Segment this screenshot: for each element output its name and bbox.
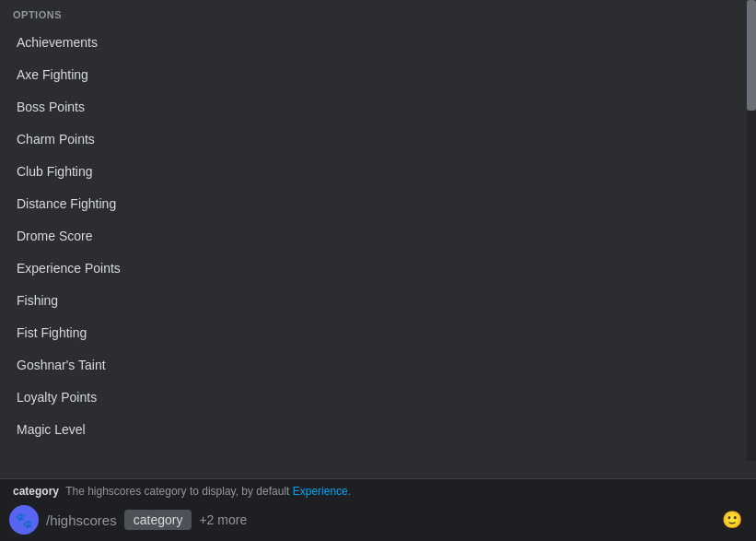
list-item[interactable]: Distance Fighting — [4, 188, 742, 219]
list-item[interactable]: Fishing — [4, 285, 742, 316]
more-text: +2 more — [199, 512, 247, 527]
hint-description: The highscores category to display, by d… — [65, 485, 289, 498]
options-header: OPTIONS — [0, 0, 746, 26]
list-item[interactable]: Charm Points — [4, 123, 742, 155]
scrollbar-track[interactable] — [747, 0, 756, 461]
hint-highlight: Experience. — [293, 485, 351, 498]
options-list: AchievementsAxe FightingBoss PointsCharm… — [0, 27, 746, 445]
bottom-bar: category The highscores category to disp… — [0, 478, 756, 541]
list-item[interactable]: Boss Points — [4, 91, 742, 123]
avatar-emoji: 🐾 — [15, 512, 33, 529]
list-item[interactable]: Magic Level — [4, 414, 742, 445]
category-hint: category The highscores category to disp… — [0, 479, 756, 500]
hint-label: category — [13, 485, 59, 498]
list-item[interactable]: Fist Fighting — [4, 317, 742, 348]
dropdown-container: OPTIONS AchievementsAxe FightingBoss Poi… — [0, 0, 746, 446]
list-item[interactable]: Experience Points — [4, 253, 742, 284]
list-item[interactable]: Loyalty Points — [4, 382, 742, 413]
list-item[interactable]: Axe Fighting — [4, 59, 742, 90]
emoji-button[interactable]: 🙂 — [717, 505, 747, 535]
command-badge[interactable]: category — [124, 510, 192, 530]
list-item[interactable]: Club Fighting — [4, 156, 742, 187]
list-item[interactable]: Goshnar's Taint — [4, 349, 742, 381]
list-item[interactable]: Achievements — [4, 27, 742, 58]
scrollbar-thumb[interactable] — [747, 0, 756, 111]
command-row: 🐾 /highscores category +2 more 🙂 — [0, 500, 756, 540]
list-item[interactable]: Drome Score — [4, 220, 742, 252]
avatar: 🐾 — [9, 505, 39, 535]
command-text: /highscores — [46, 512, 117, 528]
